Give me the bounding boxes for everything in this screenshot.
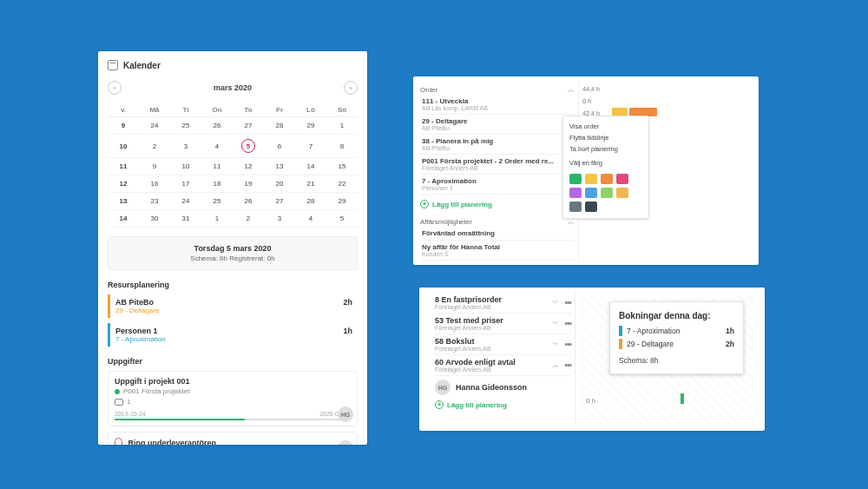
add-planning-button[interactable]: + Lägg till planering [420,200,575,208]
calendar-day[interactable]: 1 [326,117,358,135]
calendar-day[interactable]: 26 [233,193,264,210]
calendar-day[interactable]: 12 [233,158,264,175]
calendar-day[interactable]: 7 [295,135,326,158]
more-icon[interactable]: ••• [564,298,571,307]
order-row[interactable]: 111 - UtvecklaAB Lås komp. LARM AB [420,95,575,115]
calendar-day[interactable]: 20 [264,175,295,193]
calendar-day[interactable]: 18 [201,175,233,193]
calendar-header: Kalender [108,60,358,70]
order-row[interactable]: 53 Test med priserFöretaget Anders AB﹀••… [435,314,571,334]
more-icon[interactable]: ••• [564,319,571,328]
color-swatch[interactable] [585,174,597,184]
color-swatch[interactable] [585,188,597,198]
calendar-day[interactable]: 25 [201,193,233,210]
opportunity-row[interactable]: Ny affär för Hanna TotalKunden S [420,241,575,261]
avatar[interactable]: HG [338,406,353,422]
task-card[interactable]: Ring underleverantören HG [108,432,358,445]
calendar-day[interactable]: 13 [264,158,295,175]
calendar-day[interactable]: 2 [233,210,264,228]
calendar-day[interactable]: 24 [139,117,170,135]
month-nav: ‹ mars 2020 › [108,81,358,95]
more-icon[interactable]: ••• [564,360,571,370]
color-swatch[interactable] [569,174,582,184]
calendar-day[interactable]: 1 [201,210,233,228]
calendar-day[interactable]: 28 [264,117,295,135]
calendar-day[interactable]: 23 [139,193,170,210]
color-swatch[interactable] [585,202,597,212]
tooltip-title: Bokningar denna dag: [619,311,734,320]
calendar-day[interactable]: 27 [264,193,295,210]
calendar-day[interactable]: 4 [295,210,326,228]
calendar-day[interactable]: 16 [139,175,170,193]
chevron-icon[interactable]: ﹀ [552,298,559,307]
calendar-day[interactable]: 17 [170,175,201,193]
calendar-day[interactable]: 24 [170,193,201,210]
menu-item-visa[interactable]: Visa order [568,121,644,132]
user-row[interactable]: HG Hanna Gideonsson [435,380,571,395]
menu-item-flytta[interactable]: Flytta tidslinje [568,132,644,143]
chevron-icon[interactable]: ﹀ [552,340,559,349]
color-swatch[interactable] [601,188,613,198]
calendar-day[interactable]: 28 [295,193,326,210]
day-title: Torsdag 5 mars 2020 [115,244,350,253]
calendar-day[interactable]: 6 [264,135,295,158]
calendar-day[interactable]: 22 [326,175,358,193]
color-swatch[interactable] [616,188,628,198]
calendar-day[interactable]: 10 [170,158,201,175]
more-icon[interactable]: ••• [564,340,571,349]
color-swatch[interactable] [569,202,582,212]
section-order-label: Order [420,86,437,94]
comment-icon [115,399,123,406]
opportunity-row[interactable]: Förväntad omsättning [420,227,575,241]
status-dot-icon [115,389,120,394]
calendar-day[interactable]: 26 [201,117,233,135]
calendar-day[interactable]: 9 [139,158,170,175]
order-row[interactable]: 60 Arvode enligt avtalFöretaget Anders A… [435,355,571,376]
calendar-day[interactable]: 8 [326,135,358,158]
resource-item[interactable]: Personen 17 - Aproximation1h [108,323,358,347]
add-planning-button[interactable]: + Lägg till planering [435,400,571,409]
calendar-day[interactable]: 5 [233,135,264,158]
next-month-button[interactable]: › [344,81,358,95]
chevron-icon[interactable]: ﹀ [552,319,559,328]
chevron-up-icon[interactable]: ︿ [568,85,575,95]
calendar-day[interactable]: 21 [295,175,326,193]
calendar-day[interactable]: 14 [295,158,326,175]
task-project: P001 Första projektet [123,387,189,395]
calendar-day[interactable]: 30 [139,210,170,228]
calendar-day[interactable]: 15 [326,158,358,175]
calendar-day[interactable]: 4 [201,135,233,158]
order-list-panel: 8 En fastprisorderFöretaget Anders AB﹀••… [419,287,765,431]
order-row[interactable]: 8 En fastprisorderFöretaget Anders AB﹀••… [435,293,571,314]
section-resursplanering: Resursplanering [108,281,358,289]
calendar-day[interactable]: 29 [326,193,358,210]
color-swatch[interactable] [616,174,628,184]
calendar-day[interactable]: 19 [233,175,264,193]
calendar-day[interactable]: 11 [201,158,233,175]
calendar-day[interactable]: 27 [233,117,264,135]
task-title: Ring underleverantören [128,439,217,445]
order-row[interactable]: P001 Första projektet - 2 Order med re..… [420,155,575,175]
order-row[interactable]: 7 - AproximationPersonen 1 [420,175,575,195]
order-row[interactable]: 58 BokslutFöretaget Anders AB﹀••• [435,334,571,355]
prev-month-button[interactable]: ‹ [108,81,122,95]
calendar-day[interactable]: 31 [170,210,201,228]
order-row[interactable]: 29 - DeltagareAB PiteBo [420,115,575,135]
resource-item[interactable]: AB PiteBo29 - Deltagare2h [108,294,358,318]
color-swatch[interactable] [601,174,613,184]
calendar-day[interactable]: 29 [295,117,326,135]
avatar[interactable]: HG [338,440,353,445]
calendar-day[interactable]: 2 [139,135,170,158]
calendar-day[interactable]: 5 [326,210,358,228]
day-meta: Schema: 8h Registrerat: 0h [115,254,350,262]
calendar-day[interactable]: 3 [264,210,295,228]
tooltip-booking-row: 7 - Aproximation1h [619,326,734,336]
order-row[interactable]: 38 - Planera in på migAB PiteBo [420,135,575,155]
calendar-day[interactable]: 3 [170,135,201,158]
calendar-day[interactable]: 25 [170,117,201,135]
color-swatch[interactable] [569,188,582,198]
gantt-area[interactable]: 0 h Bokningar denna dag: 7 - Aproximatio… [581,293,758,426]
task-card[interactable]: Uppgift i projekt 001 P001 Första projek… [108,371,358,426]
menu-item-tabort[interactable]: Ta bort planering [568,143,644,155]
chevron-icon[interactable]: ︿ [552,360,559,370]
